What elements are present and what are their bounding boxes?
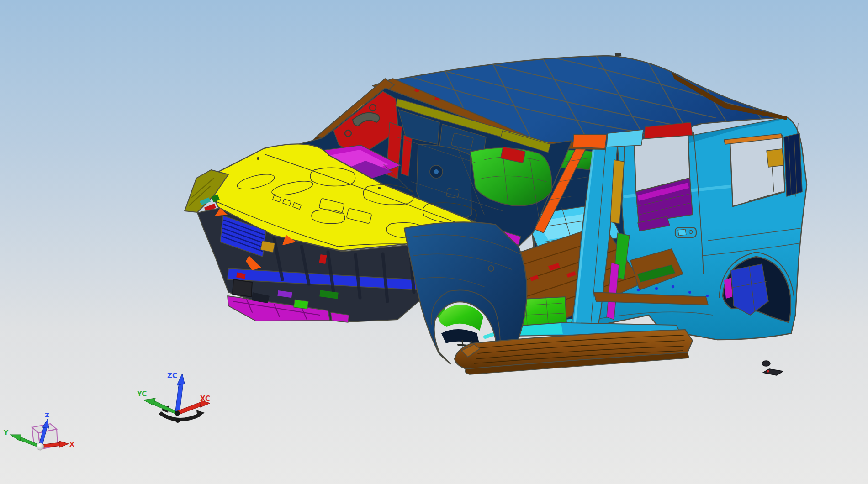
car-body-model[interactable] xyxy=(185,41,807,375)
window-bracket-olive[interactable] xyxy=(767,149,784,167)
view-y-label: Y xyxy=(3,429,9,436)
view-orientation-triad: Z Y X xyxy=(3,411,74,450)
model-canvas[interactable]: ZC YC XC Z Y X xyxy=(0,0,868,484)
wcs-z-label: ZC xyxy=(167,372,177,380)
wcs-triad[interactable]: ZC YC XC xyxy=(137,372,210,423)
view-z-label: Z xyxy=(45,411,49,419)
wcs-y-label: YC xyxy=(137,390,147,398)
cad-viewport[interactable]: ZC YC XC Z Y X xyxy=(0,0,868,484)
view-origin-ball xyxy=(37,443,44,450)
lower-dark-box[interactable] xyxy=(233,279,252,297)
door-handle[interactable] xyxy=(675,227,696,237)
view-x-label: X xyxy=(69,441,74,448)
wcs-y-axis[interactable] xyxy=(143,398,177,415)
wcs-x-label: XC xyxy=(200,395,210,403)
debris-parts[interactable] xyxy=(762,361,783,375)
d-pillar-channel-navy[interactable] xyxy=(784,133,802,196)
rail-accent-orange[interactable] xyxy=(573,134,607,148)
quarter-window[interactable] xyxy=(724,133,802,206)
